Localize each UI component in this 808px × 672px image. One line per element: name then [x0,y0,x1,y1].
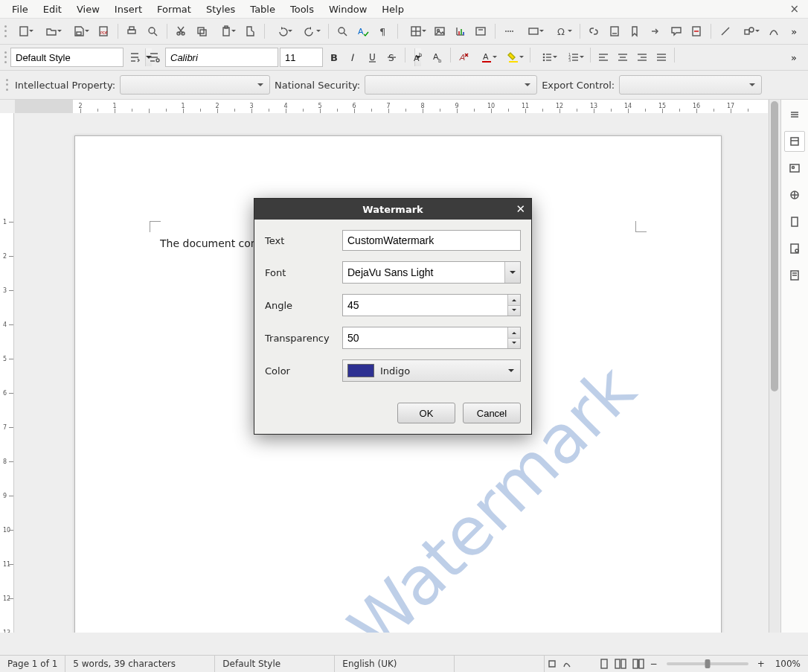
watermark-angle-spin[interactable] [342,294,521,316]
color-name: Indigo [380,365,410,377]
watermark-dialog: Watermark ✕ Text Font Angle Transparency… [254,198,532,435]
dialog-title: Watermark [362,204,423,215]
watermark-font-combo[interactable] [342,261,521,284]
cancel-button[interactable]: Cancel [463,403,521,423]
watermark-transparency-spin[interactable] [342,327,521,349]
dialog-titlebar[interactable]: Watermark ✕ [254,199,531,220]
color-label: Color [265,365,342,377]
dropdown-arrow-icon[interactable] [504,262,520,283]
watermark-angle-input[interactable] [343,295,507,316]
spin-up-icon[interactable] [508,327,520,339]
spin-up-icon[interactable] [508,295,520,306]
watermark-text-input[interactable] [342,230,521,251]
close-icon[interactable]: ✕ [516,202,525,216]
dialog-scrim: Watermark ✕ Text Font Angle Transparency… [0,0,808,672]
dialog-buttons: OK Cancel [254,397,531,434]
font-label: Font [265,267,342,278]
text-label: Text [265,235,342,246]
spin-down-icon[interactable] [508,339,520,349]
color-swatch [347,364,374,377]
dialog-body: Text Font Angle Transparency Color Indig… [254,220,531,397]
watermark-color-dropdown[interactable]: Indigo [342,359,521,382]
angle-label: Angle [265,300,342,311]
watermark-transparency-input[interactable] [343,327,507,348]
spin-down-icon[interactable] [508,306,520,316]
watermark-font-input[interactable] [343,262,504,283]
ok-button[interactable]: OK [397,403,455,423]
transparency-label: Transparency [265,333,342,344]
